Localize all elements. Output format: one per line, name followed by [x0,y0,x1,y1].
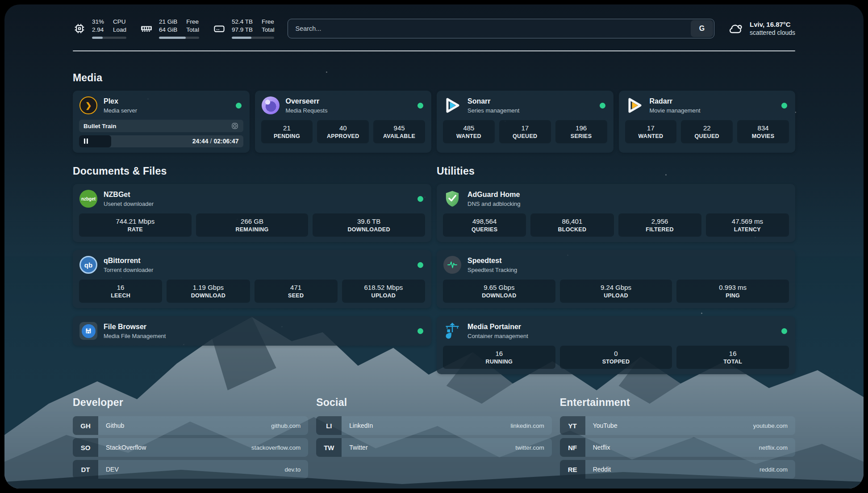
service-card-adguard[interactable]: AdGuard Home DNS and adblocking 498,564Q… [437,184,795,242]
now-playing-time: 24:44/02:06:47 [192,138,239,145]
pause-icon [84,138,88,144]
overseerr-icon [261,96,280,115]
service-subtitle: Media server [104,107,230,114]
stat-block: 17QUEUED [499,120,551,143]
service-card-nzbget[interactable]: nzbget NZBGet Usenet downloader 744.21 M… [73,184,431,242]
bookmark-name: Reddit [585,460,760,479]
now-playing-title-row: Bullet Train [79,120,243,132]
service-card-qbittorrent[interactable]: qb qBittorrent Torrent downloader 16LEEC… [73,250,431,308]
bookmark-url: netflix.com [759,438,795,457]
stat-block: 9.24 GbpsUPLOAD [560,280,672,303]
service-title: NZBGet [104,190,412,199]
status-dot [236,103,242,109]
service-card-overseerr[interactable]: Overseerr Media Requests 21PENDING 40APP… [255,91,432,153]
nzbget-icon: nzbget [79,189,98,208]
stat-block: 86,401BLOCKED [530,213,613,237]
service-card-portainer[interactable]: Media Portainer Container management 16R… [437,316,795,374]
disk-free-value: 52.4 TB [232,18,253,26]
bookmark-url: reddit.com [760,460,795,479]
bookmark-twitter[interactable]: TW Twitter twitter.com [316,438,551,457]
status-dot [781,103,787,109]
stat-block: 16LEECH [79,280,162,303]
bookmark-youtube[interactable]: YT YouTube youtube.com [560,416,795,435]
bookmark-abbr: TW [316,438,342,457]
disk-total-label: Total [262,26,275,34]
disk-widget: 52.4 TB 97.9 TB Free Total [213,18,275,39]
cpu-widget: 31% 2.94 CPU Load [73,18,126,39]
header-divider [73,50,795,51]
radarr-icon [625,96,644,115]
bookmark-name: DEV [98,460,285,479]
bookmark-abbr: YT [560,416,585,435]
stat-block: 834MOVIES [737,120,789,143]
section-title-documents: Documents & Files [73,165,431,177]
service-card-speedtest[interactable]: Speedtest Speedtest Tracking 9.65 GbpsDO… [437,250,795,308]
section-title-entertainment: Entertainment [560,397,795,409]
service-subtitle: Series management [467,107,594,114]
memory-widget: 21 GiB 64 GiB Free Total [140,18,199,39]
bookmark-name: Netflix [585,438,759,457]
stat-block: 21PENDING [261,120,313,143]
now-playing-title: Bullet Train [83,123,117,130]
stat-block: 16RUNNING [443,346,555,369]
service-card-sonarr[interactable]: Sonarr Series management 485WANTED 17QUE… [437,91,613,153]
bookmark-url: twitter.com [515,438,552,457]
bookmark-dev[interactable]: DT DEV dev.to [73,460,308,479]
bookmark-stackoverflow[interactable]: SO StackOverflow stackoverflow.com [73,438,308,457]
stat-block: 196SERIES [555,120,607,143]
bookmark-reddit[interactable]: RE Reddit reddit.com [560,460,795,479]
plex-icon: ❯ [79,96,98,115]
memory-icon [140,22,153,35]
weather-location-temp: Lviv, 16.87°C [750,20,795,29]
service-subtitle: Media File Management [104,332,412,340]
bookmark-netflix[interactable]: NF Netflix netflix.com [560,438,795,457]
stat-block: 266 GBREMAINING [196,213,309,237]
stat-block: 0.993 msPING [676,280,789,303]
stat-block: 2,956FILTERED [618,213,701,237]
memory-total-value: 64 GiB [159,26,177,34]
service-card-radarr[interactable]: Radarr Movie management 17WANTED 22QUEUE… [619,91,796,153]
stat-block: 945AVAILABLE [373,120,425,143]
disk-progress-bar [232,37,275,39]
search-input[interactable] [288,19,714,38]
now-playing-icon [231,122,239,130]
bookmark-url: linkedin.com [511,416,552,435]
cpu-usage-label: CPU [113,18,126,26]
service-card-filebrowser[interactable]: File Browser Media File Management [73,316,431,346]
now-playing-progress[interactable]: 24:44/02:06:47 [79,135,243,147]
bookmark-name: Github [98,416,271,435]
bookmark-linkedin[interactable]: LI LinkedIn linkedin.com [316,416,551,435]
bookmark-name: YouTube [585,416,753,435]
search-provider-button[interactable]: G [691,20,713,37]
status-dot [781,328,787,334]
stat-block: 22QUEUED [681,120,733,143]
stat-block: 485WANTED [443,120,495,143]
service-title: Plex [104,97,230,106]
service-card-plex[interactable]: ❯ Plex Media server Bullet Train [73,91,250,153]
section-title-social: Social [316,397,551,409]
portainer-icon [443,322,462,340]
cpu-load-value: 2.94 [92,26,104,34]
status-dot [417,328,423,334]
service-title: File Browser [104,322,412,331]
status-dot [417,262,423,268]
status-dot [417,103,423,109]
memory-progress-bar [159,37,199,39]
section-title-utilities: Utilities [437,165,795,177]
disk-free-label: Free [262,18,275,26]
stat-block: 47.569 msLATENCY [706,213,789,237]
status-dot [417,196,423,202]
service-subtitle: Usenet downloader [104,200,412,208]
service-subtitle: Torrent downloader [104,266,412,274]
stat-block: 17WANTED [625,120,677,143]
service-subtitle: Movie management [650,107,776,114]
bookmark-github[interactable]: GH Github github.com [73,416,308,435]
filebrowser-icon [79,322,98,340]
service-subtitle: Speedtest Tracking [467,266,789,274]
memory-free-label: Free [186,18,199,26]
bookmark-abbr: SO [73,438,98,457]
service-title: Overseerr [286,97,412,106]
service-subtitle: DNS and adblocking [467,200,789,208]
stat-block: 0STOPPED [560,346,672,369]
service-title: Sonarr [467,97,594,106]
